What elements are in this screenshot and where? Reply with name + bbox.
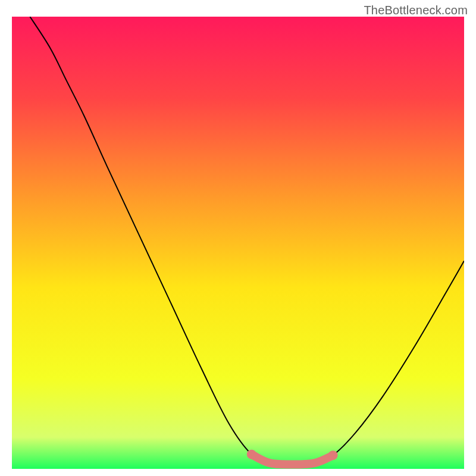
- bottleneck-chart-svg: [12, 17, 464, 469]
- watermark-text: TheBottleneck.com: [364, 4, 468, 17]
- gradient-background: [12, 17, 464, 469]
- highlight-dot-end: [328, 450, 338, 460]
- highlight-dot-start: [247, 450, 256, 459]
- chart-plot-area: [12, 17, 464, 469]
